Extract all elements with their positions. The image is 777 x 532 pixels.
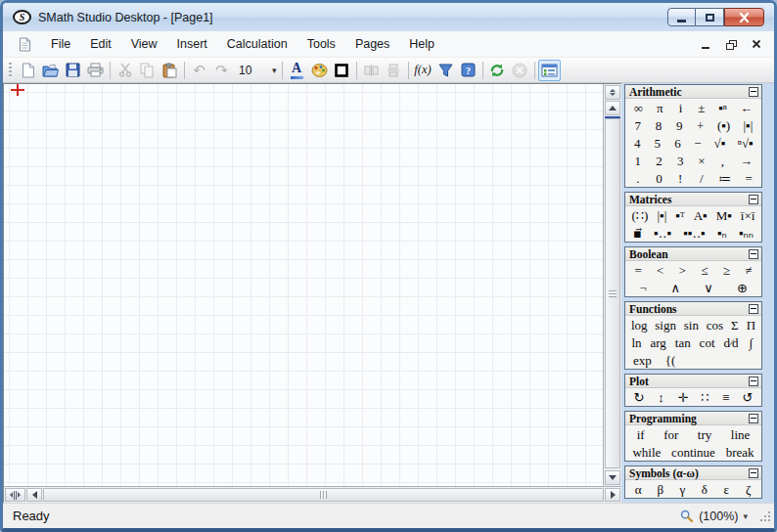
palette-button[interactable]: ∞ [632, 102, 645, 114]
palette-button[interactable]: ▪ₙₙ [737, 227, 755, 240]
menu-item-tools[interactable]: Tools [297, 33, 345, 55]
palette-button[interactable]: 1 [632, 155, 644, 167]
palette-button[interactable]: ! [674, 172, 686, 185]
palette-button[interactable]: arg [649, 336, 668, 349]
palette-button[interactable]: ⁿ√▪ [736, 137, 755, 150]
minimize-button[interactable] [667, 8, 696, 26]
palette-button[interactable]: ▪⃗ [631, 227, 644, 240]
palette-button[interactable]: if [635, 428, 647, 441]
palette-button[interactable]: i [675, 102, 687, 114]
palette-button[interactable]: |▪| [742, 119, 755, 132]
palette-button[interactable]: ≤ [699, 264, 710, 277]
horizontal-splitter-handle[interactable] [5, 488, 25, 502]
palette-button[interactable]: = [632, 264, 644, 277]
collapse-icon[interactable] [749, 87, 758, 97]
palette-button[interactable]: ▪‥▪ [652, 227, 673, 240]
palette-button[interactable]: ∫ [746, 336, 757, 349]
palette-button[interactable]: 5 [652, 137, 663, 150]
palette-button[interactable]: π [654, 102, 665, 114]
scroll-left-button[interactable] [26, 488, 42, 502]
palette-button[interactable]: {( [663, 354, 678, 367]
palette-button[interactable]: → [738, 155, 754, 167]
palette-button[interactable]: 8 [653, 119, 664, 132]
background-color-button[interactable] [308, 60, 331, 81]
palette-button[interactable]: ζ [743, 483, 754, 496]
palette-button[interactable]: ↕ [655, 391, 666, 404]
palette-button[interactable]: , [716, 155, 728, 167]
document-icon[interactable] [19, 37, 31, 52]
palette-button[interactable]: δ [699, 483, 710, 496]
palette-button[interactable]: 2 [653, 155, 664, 167]
menu-item-view[interactable]: View [121, 33, 167, 55]
palette-button[interactable]: 4 [631, 137, 643, 150]
border-button[interactable] [331, 60, 353, 81]
function-button[interactable]: f(x) [412, 60, 434, 81]
palette-button[interactable]: ▪▪‥▪ [681, 227, 708, 240]
mdi-restore-button[interactable] [724, 38, 737, 51]
collapse-icon[interactable] [749, 304, 758, 314]
palette-button[interactable]: |▪| [655, 209, 668, 222]
palette-button[interactable]: try [696, 428, 713, 441]
palette-button[interactable]: (▪) [715, 119, 732, 132]
collapse-icon[interactable] [749, 195, 758, 204]
palette-button[interactable]: ≠ [743, 264, 754, 277]
horizontal-scroll-thumb[interactable] [43, 488, 604, 502]
palette-button[interactable]: cot [698, 336, 717, 349]
palette-button[interactable]: ← [738, 102, 754, 114]
palette-button[interactable]: > [676, 264, 688, 277]
font-color-button[interactable]: A [286, 60, 308, 81]
palette-button[interactable]: × [696, 155, 708, 167]
palette-button[interactable]: β [655, 483, 666, 496]
palette-button[interactable]: / [696, 172, 708, 185]
palette-button[interactable]: exp [631, 354, 654, 367]
new-page-button[interactable] [17, 60, 39, 81]
menu-item-insert[interactable]: Insert [167, 33, 217, 55]
palette-button[interactable]: ε [720, 483, 732, 496]
palette-button[interactable]: √▪ [712, 137, 728, 150]
palette-button[interactable]: α [632, 483, 644, 496]
menu-item-calculation[interactable]: Calculation [217, 33, 297, 55]
palette-button[interactable]: line [729, 428, 753, 441]
palette-button[interactable]: + [695, 119, 707, 132]
close-button[interactable] [724, 8, 764, 26]
palette-button[interactable]: sin [682, 319, 701, 332]
palette-button[interactable]: = [743, 172, 754, 185]
palette-button[interactable]: ∨ [702, 282, 715, 294]
palette-button[interactable]: ▪ₙ [715, 227, 729, 240]
menu-item-help[interactable]: Help [399, 33, 444, 55]
resize-grip[interactable] [758, 510, 772, 523]
palette-button[interactable]: Σ [729, 319, 741, 332]
scroll-right-button[interactable] [605, 488, 620, 502]
menu-item-edit[interactable]: Edit [80, 33, 121, 55]
vertical-scroll-thumb[interactable] [605, 118, 620, 468]
palette-button[interactable]: ↺ [741, 391, 755, 404]
palette-button[interactable]: 9 [673, 119, 685, 132]
palette-button[interactable]: ī×ī [739, 209, 757, 222]
scroll-up-button[interactable] [605, 101, 620, 115]
palette-button[interactable]: < [655, 264, 666, 277]
palette-button[interactable]: for [662, 428, 680, 441]
palette-button[interactable]: . [632, 172, 644, 185]
collapse-icon[interactable] [749, 249, 758, 259]
open-button[interactable] [39, 60, 62, 81]
filter-button[interactable] [434, 60, 457, 81]
collapse-icon[interactable] [749, 377, 758, 386]
palette-button[interactable]: ✛ [675, 391, 690, 404]
paste-button[interactable] [159, 60, 181, 81]
zoom-control[interactable]: (100%) ▾ [680, 510, 772, 523]
scroll-down-button[interactable] [605, 470, 620, 485]
palette-button[interactable]: break [724, 446, 756, 459]
palette-button[interactable]: M▪ [714, 209, 734, 222]
palette-button[interactable]: Π [745, 319, 757, 332]
menu-item-pages[interactable]: Pages [345, 33, 399, 55]
palette-button[interactable]: ∷ [699, 391, 710, 404]
print-button[interactable] [84, 60, 107, 81]
palette-button[interactable]: 7 [632, 119, 644, 132]
palette-button[interactable]: ⊕ [735, 282, 750, 294]
recalculate-button[interactable] [486, 60, 509, 81]
vertical-scrollbar[interactable] [603, 84, 621, 486]
palette-button[interactable]: ln [629, 336, 643, 349]
palette-button[interactable]: ≡ [720, 391, 732, 404]
palette-button[interactable]: ¬ [637, 282, 649, 294]
palette-button[interactable]: log [629, 319, 650, 332]
